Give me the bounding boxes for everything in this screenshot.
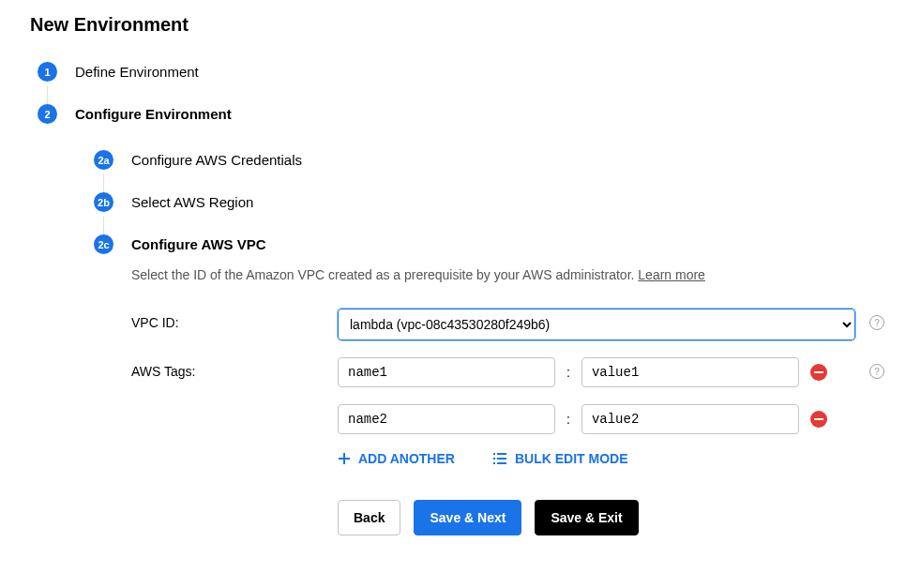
save-next-button[interactable]: Save & Next — [414, 500, 521, 535]
add-another-button[interactable]: ADD ANOTHER — [338, 451, 455, 466]
help-icon[interactable]: ? — [869, 364, 884, 379]
substep-aws-region[interactable]: 2b Select AWS Region — [94, 192, 891, 234]
bulk-edit-label: BULK EDIT MODE — [515, 451, 628, 466]
substep-badge-2a: 2a — [94, 150, 113, 170]
tag-row: : — [338, 357, 855, 387]
tag-actions: ADD ANOTHER BULK EDIT MODE — [338, 451, 855, 466]
step-badge-1: 1 — [38, 62, 57, 82]
tag-row: : — [338, 404, 855, 434]
learn-more-link[interactable]: Learn more — [638, 267, 705, 282]
step-badge-2: 2 — [38, 104, 57, 124]
step-title-define: Define Environment — [75, 62, 891, 82]
substep-title-vpc: Configure AWS VPC — [131, 234, 891, 254]
substep-badge-2c: 2c — [94, 234, 113, 254]
substep-desc-vpc: Select the ID of the Amazon VPC created … — [131, 267, 891, 282]
save-exit-button[interactable]: Save & Exit — [535, 500, 638, 535]
svg-rect-1 — [814, 418, 823, 420]
aws-tags-row: AWS Tags: : — [131, 357, 891, 535]
list-icon — [492, 452, 507, 465]
svg-rect-0 — [814, 371, 823, 373]
tag-colon: : — [566, 412, 570, 427]
plus-icon — [338, 452, 351, 465]
form-buttons: Back Save & Next Save & Exit — [338, 500, 855, 535]
remove-tag-button[interactable] — [810, 364, 827, 381]
back-button[interactable]: Back — [338, 500, 400, 535]
minus-icon — [814, 418, 823, 420]
step-define-environment[interactable]: 1 Define Environment — [38, 62, 891, 104]
substep-title-credentials: Configure AWS Credentials — [131, 150, 891, 170]
bulk-edit-button[interactable]: BULK EDIT MODE — [492, 451, 628, 466]
vpc-id-select[interactable]: lambda (vpc-08c43530280f249b6) — [338, 309, 855, 340]
tag-value-input[interactable] — [581, 404, 799, 434]
tag-name-input[interactable] — [338, 357, 555, 387]
remove-tag-button[interactable] — [810, 411, 827, 428]
substep-title-region: Select AWS Region — [131, 192, 891, 212]
tag-name-input[interactable] — [338, 404, 555, 434]
tag-value-input[interactable] — [581, 357, 799, 387]
vpc-id-label: VPC ID: — [131, 309, 338, 330]
vpc-desc-text: Select the ID of the Amazon VPC created … — [131, 267, 638, 282]
add-another-label: ADD ANOTHER — [358, 451, 455, 466]
substep-aws-credentials[interactable]: 2a Configure AWS Credentials — [94, 150, 891, 192]
tag-colon: : — [566, 365, 570, 380]
step-title-configure: Configure Environment — [75, 104, 891, 124]
configure-substeps: 2a Configure AWS Credentials 2b Select A… — [75, 124, 891, 535]
page-title: New Environment — [30, 14, 891, 36]
wizard-steps: 1 Define Environment 2 Configure Environ… — [30, 62, 891, 575]
aws-tags-label: AWS Tags: — [131, 357, 338, 379]
minus-icon — [814, 371, 823, 373]
help-icon[interactable]: ? — [869, 315, 884, 330]
substep-aws-vpc: 2c Configure AWS VPC Select the ID of th… — [94, 234, 891, 535]
substep-badge-2b: 2b — [94, 192, 113, 212]
vpc-id-row: VPC ID: lambda (vpc-08c43530280f249b6) ? — [131, 309, 891, 340]
vpc-form: VPC ID: lambda (vpc-08c43530280f249b6) ?… — [131, 309, 891, 535]
step-configure-environment[interactable]: 2 Configure Environment 2a Configure AWS… — [38, 104, 891, 575]
